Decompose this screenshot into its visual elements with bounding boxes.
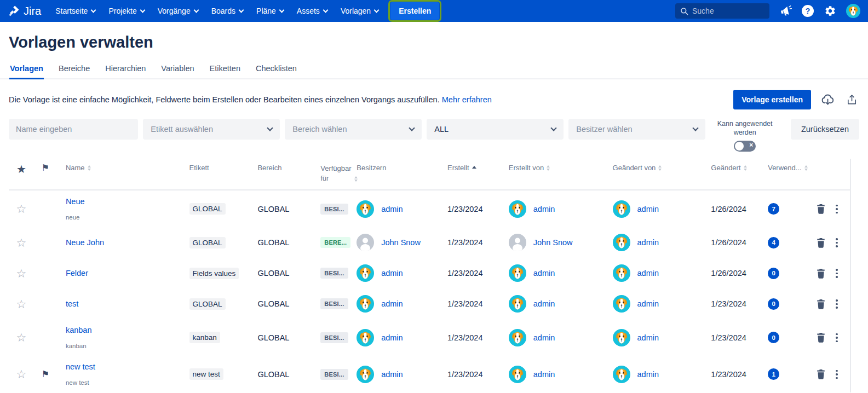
more-options-icon[interactable] [835, 268, 839, 279]
header-star[interactable]: ★ [9, 164, 34, 175]
filter-select[interactable]: Bereich wählen [285, 119, 422, 140]
delete-trash-icon[interactable] [816, 268, 826, 279]
template-name-link[interactable]: test [66, 299, 189, 308]
usage-count-badge[interactable]: 4 [768, 237, 779, 248]
row-modified-by-cell: admin [613, 295, 711, 313]
header-available[interactable]: Verfügbar für [320, 164, 357, 183]
template-name-link[interactable]: kanban [66, 326, 189, 334]
filter-select[interactable]: Etikett auswählen [143, 119, 280, 140]
modified-by-link[interactable]: admin [637, 333, 659, 342]
delete-trash-icon[interactable] [816, 332, 826, 343]
more-options-icon[interactable] [835, 298, 839, 310]
can-apply-toggle[interactable]: × [734, 141, 756, 152]
nav-menu-item[interactable]: Startseite [49, 3, 102, 19]
nav-menu-item[interactable]: Boards [205, 3, 250, 19]
name-filter-input[interactable] [9, 119, 138, 140]
nav-menu-item[interactable]: Pläne [250, 3, 290, 19]
nav-menu-item[interactable]: Vorlagen [334, 3, 385, 19]
header-usages[interactable]: Verwend... [768, 164, 816, 172]
modified-by-link[interactable]: admin [637, 269, 659, 278]
created-by-link[interactable]: John Snow [533, 238, 573, 247]
nav-menu-item[interactable]: Vorgänge [151, 3, 205, 19]
nav-menu-item[interactable]: Assets [290, 3, 334, 19]
filter-select[interactable]: Besitzer wählen [568, 119, 705, 140]
filter-select-value: Bereich wählen [292, 125, 347, 134]
header-modified-by[interactable]: Geändert von [613, 164, 711, 172]
star-outline-icon[interactable]: ☆ [16, 268, 27, 279]
settings-gear-icon[interactable] [824, 4, 837, 18]
template-name-link[interactable]: new test [66, 362, 189, 371]
nav-menu-item[interactable]: Projekte [102, 3, 151, 19]
more-options-icon[interactable] [835, 369, 839, 380]
header-flag[interactable]: ⚑ [34, 164, 57, 172]
template-name-link[interactable]: Felder [66, 269, 189, 278]
created-by-link[interactable]: admin [533, 370, 555, 379]
usage-count-badge[interactable]: 0 [768, 298, 779, 310]
usage-count-badge[interactable]: 1 [768, 368, 779, 380]
owner-link[interactable]: admin [381, 205, 403, 213]
owner-link[interactable]: admin [381, 333, 403, 342]
owner-link[interactable]: admin [381, 269, 403, 278]
modified-by-link[interactable]: admin [637, 370, 659, 379]
row-created-cell: 1/23/2024 [447, 369, 509, 379]
star-outline-icon[interactable]: ☆ [16, 203, 27, 215]
template-name-link[interactable]: Neue [66, 197, 189, 206]
delete-trash-icon[interactable] [816, 238, 826, 248]
usage-count-badge[interactable]: 7 [768, 203, 779, 215]
reset-button[interactable]: Zurücksetzen [791, 119, 859, 140]
tab[interactable]: Etiketten [209, 61, 241, 79]
modified-by-link[interactable]: admin [637, 238, 659, 247]
learn-more-link[interactable]: Mehr erfahren [442, 95, 492, 104]
search-box[interactable] [675, 3, 769, 19]
usage-count-badge[interactable]: 0 [768, 268, 779, 279]
template-name-link[interactable]: Neue John [66, 238, 189, 247]
delete-trash-icon[interactable] [816, 299, 826, 309]
created-by-link[interactable]: admin [533, 333, 555, 342]
owner-link[interactable]: admin [381, 370, 403, 379]
header-created[interactable]: Erstellt [447, 164, 509, 172]
more-options-icon[interactable] [835, 237, 839, 248]
row-name-cell: new test new test [57, 362, 189, 386]
available-badge: BESI... [320, 369, 348, 380]
header-name[interactable]: Name [57, 164, 189, 172]
star-outline-icon[interactable]: ☆ [16, 332, 27, 343]
more-options-icon[interactable] [835, 204, 839, 215]
create-template-button[interactable]: Vorlage erstellen [733, 90, 811, 109]
tab[interactable]: Checklisten [255, 61, 297, 79]
modified-by-link[interactable]: admin [637, 205, 659, 213]
tab[interactable]: Bereiche [58, 61, 90, 79]
row-available-cell: BESI... [320, 369, 357, 380]
star-outline-icon[interactable]: ☆ [16, 237, 27, 248]
created-by-link[interactable]: admin [533, 269, 555, 278]
tab[interactable]: Variablen [160, 61, 194, 79]
user-avatar[interactable] [846, 4, 860, 18]
filter-select[interactable]: ALL [427, 119, 564, 140]
help-icon[interactable]: ? [801, 4, 814, 18]
delete-trash-icon[interactable] [816, 204, 826, 214]
tab[interactable]: Hierarchien [105, 61, 146, 79]
row-flag-cell: ⚑ [34, 370, 57, 379]
import-cloud-icon[interactable] [820, 93, 835, 107]
delete-trash-icon[interactable] [816, 369, 826, 379]
more-options-icon[interactable] [835, 332, 839, 344]
created-by-link[interactable]: admin [533, 299, 555, 308]
announcement-icon[interactable] [779, 4, 792, 18]
header-created-by[interactable]: Erstellt von [509, 164, 613, 172]
star-outline-icon[interactable]: ☆ [16, 298, 27, 310]
row-created-cell: 1/23/2024 [447, 333, 509, 343]
usage-count-badge[interactable]: 0 [768, 332, 779, 343]
modified-by-avatar [613, 200, 630, 218]
search-input[interactable] [692, 7, 764, 15]
created-by-link[interactable]: admin [533, 205, 555, 213]
jira-logo[interactable]: Jira [8, 4, 49, 18]
create-button[interactable]: Erstellen [390, 2, 439, 20]
modified-by-link[interactable]: admin [637, 299, 659, 308]
owner-link[interactable]: John Snow [381, 238, 421, 247]
header-modified[interactable]: Geändert [711, 164, 768, 172]
row-owner-cell: admin [357, 264, 447, 282]
export-share-icon[interactable] [844, 93, 859, 107]
owner-link[interactable]: admin [381, 299, 403, 308]
star-outline-icon[interactable]: ☆ [16, 368, 27, 380]
modified-date: 1/26/2024 [711, 269, 746, 278]
tab[interactable]: Vorlagen [9, 61, 44, 79]
